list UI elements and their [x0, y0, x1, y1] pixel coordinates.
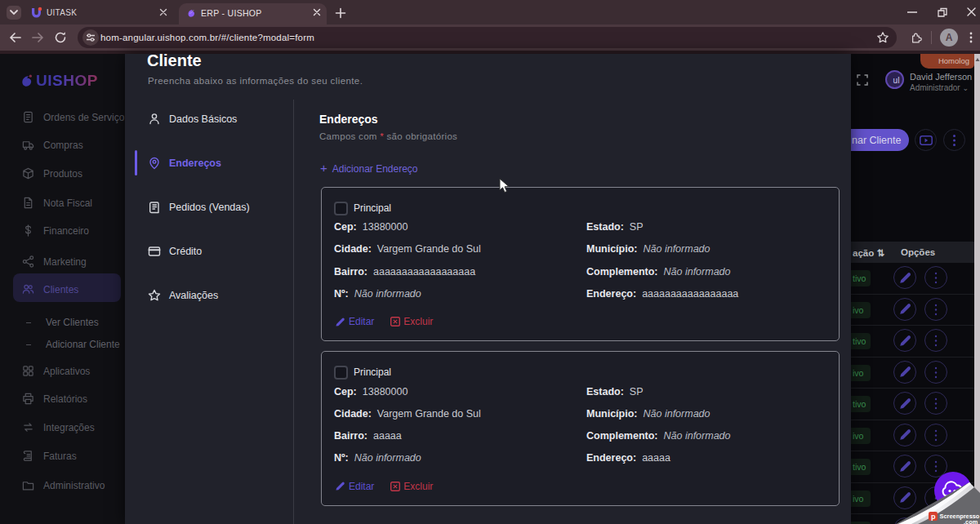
svg-text:.com: .com — [964, 518, 978, 524]
svg-text:p: p — [931, 513, 936, 521]
